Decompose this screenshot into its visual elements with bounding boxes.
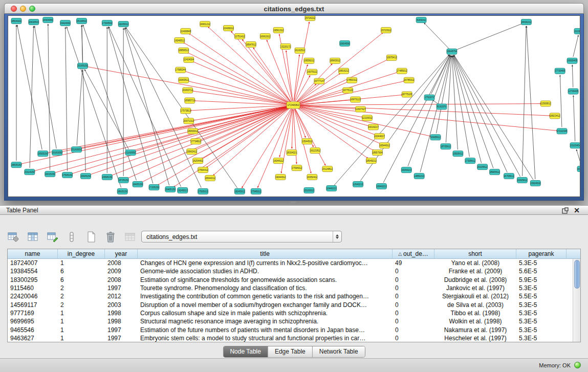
- tab-node-table[interactable]: Node Table: [223, 346, 268, 357]
- network-edge[interactable]: [127, 107, 289, 179]
- network-node[interactable]: 16973122: [350, 97, 361, 102]
- network-node[interactable]: 12424004: [184, 57, 194, 62]
- cell-year[interactable]: 1998: [105, 318, 138, 325]
- network-node[interactable]: 16961912: [260, 33, 271, 39]
- cell-title[interactable]: Estimation of the future numbers of pati…: [138, 326, 393, 334]
- network-edge[interactable]: [71, 106, 289, 174]
- network-node[interactable]: 19044912: [275, 174, 286, 180]
- network-node[interactable]: 16816212: [338, 68, 349, 74]
- network-edge[interactable]: [47, 106, 290, 153]
- network-edge[interactable]: [573, 96, 575, 142]
- network-node[interactable]: 15100013: [304, 188, 315, 193]
- network-edge[interactable]: [195, 107, 290, 150]
- network-node[interactable]: 18705150: [118, 178, 129, 183]
- column-header-title[interactable]: title: [138, 249, 393, 258]
- network-edge[interactable]: [454, 55, 520, 177]
- cell-pagerank[interactable]: 5.3E-5: [516, 335, 567, 342]
- cell-title[interactable]: Estimation of significance thresholds fo…: [138, 276, 393, 283]
- cell-title[interactable]: Changes of HCN gene expression and I(f) …: [138, 259, 393, 267]
- table-row[interactable]: 911546021997Tourette syndrome. Phenomeno…: [8, 284, 573, 292]
- cell-pagerank[interactable]: 5.9E-5: [516, 276, 567, 283]
- network-node[interactable]: 18905612: [489, 169, 500, 175]
- network-edge[interactable]: [200, 106, 289, 140]
- cell-in_degree[interactable]: 1: [58, 318, 105, 325]
- network-node[interactable]: 15124812: [322, 166, 333, 172]
- cell-out_de[interactable]: 0: [393, 293, 434, 300]
- column-header-pagerank[interactable]: pagerank: [516, 249, 567, 258]
- cell-title[interactable]: Corpus callosum shape and size in male p…: [138, 310, 393, 317]
- network-node[interactable]: 20103454: [570, 143, 580, 148]
- network-node[interactable]: 17730405: [555, 68, 565, 74]
- network-node[interactable]: 2791970: [424, 95, 434, 100]
- network-node[interactable]: 20063712: [183, 87, 193, 93]
- network-node[interactable]: 16601212: [200, 21, 210, 27]
- network-edge[interactable]: [432, 100, 438, 104]
- network-node[interactable]: 16254402: [192, 158, 203, 164]
- network-edge[interactable]: [17, 25, 42, 150]
- network-node[interactable]: 16044112: [273, 158, 284, 164]
- cell-short[interactable]: Yano et al. (2008): [434, 259, 516, 267]
- network-edge[interactable]: [82, 25, 83, 62]
- table-selector-dropdown[interactable]: citations_edges.txt: [141, 231, 342, 243]
- network-node[interactable]: 19505612: [453, 151, 464, 157]
- cell-out_de[interactable]: 49: [393, 259, 434, 267]
- cell-pagerank[interactable]: 5.3E-5: [516, 318, 567, 325]
- network-node[interactable]: 18957904: [372, 150, 383, 156]
- network-node[interactable]: 12216012: [362, 115, 373, 121]
- network-node[interactable]: 17585344: [176, 67, 186, 73]
- network-node[interactable]: 8191970: [437, 104, 447, 110]
- network-edge[interactable]: [192, 61, 290, 103]
- cell-out_de[interactable]: 0: [393, 310, 434, 317]
- network-node[interactable]: 18856512: [179, 48, 189, 53]
- cell-name[interactable]: 9115460: [8, 285, 58, 292]
- network-node[interactable]: 16544912: [379, 143, 390, 148]
- row-selector-icon[interactable]: [63, 230, 80, 244]
- cell-title[interactable]: Disruption of a novel member of a sodium…: [138, 301, 393, 309]
- network-edge[interactable]: [292, 109, 293, 148]
- network-edge[interactable]: [455, 24, 522, 50]
- network-edge[interactable]: [431, 55, 450, 94]
- network-node[interactable]: 20160050: [52, 150, 62, 156]
- network-edge[interactable]: [297, 105, 551, 116]
- network-node[interactable]: 17304502: [102, 20, 113, 26]
- cell-out_de[interactable]: 0: [393, 318, 434, 325]
- column-header-year[interactable]: year: [105, 249, 138, 258]
- table-row[interactable]: 946362711997Embryonic stem cells: a mode…: [8, 334, 573, 342]
- network-edge[interactable]: [183, 42, 290, 103]
- tab-network-table[interactable]: Network Table: [312, 346, 365, 357]
- cell-name[interactable]: 18724007: [8, 259, 58, 267]
- network-node[interactable]: 17573812: [181, 108, 191, 114]
- cell-name[interactable]: 22420046: [8, 293, 58, 300]
- cell-name[interactable]: 14569117: [8, 301, 58, 309]
- cell-short[interactable]: Jankovic et al. (1997): [434, 285, 516, 292]
- cell-out_de[interactable]: 0: [393, 301, 434, 309]
- network-node[interactable]: 19963412: [187, 149, 198, 155]
- column-header-short[interactable]: short: [434, 249, 516, 258]
- network-node[interactable]: 16773912: [577, 166, 580, 172]
- float-panel-button[interactable]: [562, 207, 569, 214]
- cell-pagerank[interactable]: 5.3E-5: [516, 259, 567, 267]
- network-node[interactable]: 14850213: [414, 173, 425, 179]
- network-node[interactable]: 17205150: [149, 185, 160, 190]
- table-row[interactable]: 977716911998Corpus callosum shape and si…: [8, 309, 573, 317]
- network-node[interactable]: 18705612: [441, 144, 451, 149]
- cell-short[interactable]: Wolkin et al. (1998): [434, 318, 516, 325]
- network-edge[interactable]: [576, 149, 580, 165]
- cell-short[interactable]: Nakamura et al. (1997): [434, 326, 516, 334]
- network-node[interactable]: 18430212: [521, 19, 532, 25]
- cell-in_degree[interactable]: 2: [58, 301, 105, 309]
- network-edge[interactable]: [141, 107, 290, 182]
- network-node[interactable]: 8183042: [416, 17, 426, 23]
- network-node[interactable]: 19505150: [38, 151, 49, 157]
- network-edge[interactable]: [293, 109, 296, 164]
- column-header-out_de[interactable]: △out_de…: [393, 249, 434, 258]
- network-node[interactable]: 20105612: [477, 164, 488, 170]
- network-node[interactable]: 20924502: [530, 181, 541, 186]
- column-header-in_degree[interactable]: in_degree: [58, 249, 105, 258]
- cell-pagerank[interactable]: 5.5E-5: [516, 293, 567, 300]
- network-node[interactable]: 15724212: [305, 16, 316, 20]
- cell-in_degree[interactable]: 1: [58, 259, 105, 267]
- network-edge[interactable]: [408, 55, 450, 166]
- network-edge[interactable]: [67, 27, 121, 188]
- cell-year[interactable]: 1997: [105, 285, 138, 292]
